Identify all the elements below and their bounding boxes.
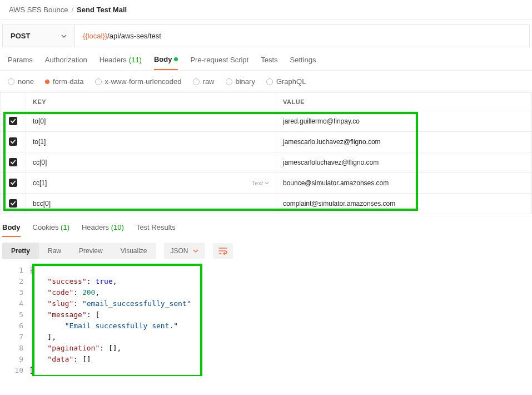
radio-checked-icon	[45, 80, 49, 84]
body-type-none[interactable]: none	[8, 77, 34, 86]
checkbox-checked-icon	[9, 158, 17, 166]
row-key-cell[interactable]: cc[1]Text	[26, 173, 276, 194]
row-value-cell[interactable]: jamescarloluchavez@fligno.com	[276, 152, 532, 173]
row-key-text: cc[0]	[33, 159, 47, 166]
breadcrumb-current: Send Test Mail	[77, 6, 127, 14]
body-type-raw[interactable]: raw	[193, 77, 215, 86]
resp-tab-cookies[interactable]: Cookies (1)	[33, 223, 69, 237]
http-method-select[interactable]: POST	[3, 25, 75, 47]
key-type-hint[interactable]: Text	[252, 180, 269, 186]
breadcrumb-sep: /	[71, 6, 73, 14]
row-checkbox-cell[interactable]	[1, 173, 26, 194]
url-variable: {{local}}	[83, 32, 107, 40]
resp-tab-headers[interactable]: Headers (10)	[82, 223, 124, 237]
body-type-binary[interactable]: binary	[226, 77, 255, 86]
checkbox-checked-icon	[9, 117, 17, 125]
row-key-cell[interactable]: bcc[0]	[26, 194, 276, 214]
view-raw[interactable]: Raw	[39, 243, 70, 259]
breadcrumb: AWS SES Bounce / Send Test Mail	[0, 0, 532, 19]
code-body[interactable]: { "success": true, "code": 200, "slug": …	[30, 265, 530, 376]
breadcrumb-parent[interactable]: AWS SES Bounce	[9, 6, 68, 14]
chevron-down-icon	[61, 33, 67, 39]
request-bar: POST {{local}}/api/aws-ses/test	[2, 24, 530, 47]
form-data-table-container: KEY VALUE to[0]jared.guillermo@finpay.co…	[0, 92, 532, 214]
row-key-text: to[1]	[33, 138, 46, 146]
view-visualize[interactable]: Visualize	[112, 243, 156, 259]
checkbox-checked-icon	[9, 179, 17, 187]
row-value-cell[interactable]: jared.guillermo@finpay.co	[276, 111, 532, 132]
tab-tests[interactable]: Tests	[261, 55, 277, 70]
resp-tab-test-results[interactable]: Test Results	[136, 223, 176, 237]
checkbox-checked-icon	[9, 137, 17, 146]
row-key-cell[interactable]: to[0]	[26, 111, 276, 132]
code-gutter: 12345678910	[2, 265, 30, 376]
chevron-down-icon	[265, 181, 269, 185]
tab-prerequest[interactable]: Pre-request Script	[190, 55, 248, 70]
resp-tab-body[interactable]: Body	[2, 223, 21, 237]
tab-headers-count: (11)	[129, 56, 142, 64]
row-value-cell[interactable]: jamescarlo.luchavez@fligno.com	[276, 132, 532, 152]
header-value: VALUE	[276, 93, 532, 111]
row-value-cell[interactable]: bounce@simulator.amazonses.com	[276, 173, 532, 194]
table-row: bcc[0]complaint@simulator.amazonses.com	[1, 194, 532, 214]
tab-headers[interactable]: Headers (11)	[100, 55, 142, 70]
body-type-x-www-form-urlencoded[interactable]: x-www-form-urlencoded	[95, 77, 182, 86]
form-data-table: KEY VALUE to[0]jared.guillermo@finpay.co…	[0, 92, 532, 214]
url-path: /api/aws-ses/test	[107, 32, 161, 40]
radio-icon	[193, 78, 200, 85]
chevron-down-icon	[193, 248, 198, 254]
body-type-graphql[interactable]: GraphQL	[266, 77, 306, 86]
radio-icon	[226, 78, 232, 85]
row-key-text: to[0]	[33, 117, 46, 125]
table-row: cc[0]jamescarloluchavez@fligno.com	[1, 152, 532, 173]
body-type-row: none form-data x-www-form-urlencoded raw…	[0, 71, 532, 92]
row-value-cell[interactable]: complaint@simulator.amazonses.com	[276, 194, 532, 214]
tab-body[interactable]: Body	[154, 55, 178, 70]
body-type-form-data[interactable]: form-data	[45, 77, 84, 86]
row-checkbox-cell[interactable]	[1, 194, 26, 214]
row-key-text: cc[1]	[33, 179, 47, 187]
wrap-lines-button[interactable]	[213, 243, 233, 259]
format-select[interactable]: JSON	[164, 243, 205, 259]
row-key-cell[interactable]: to[1]	[26, 132, 276, 152]
table-row: to[1]jamescarlo.luchavez@fligno.com	[1, 132, 532, 152]
row-key-text: bcc[0]	[33, 200, 51, 208]
request-tabs: Params Authorization Headers (11) Body P…	[0, 47, 532, 71]
row-key-cell[interactable]: cc[0]	[26, 152, 276, 173]
header-key: KEY	[26, 93, 276, 111]
table-row: to[0]jared.guillermo@finpay.co	[1, 111, 532, 132]
radio-icon	[266, 78, 273, 85]
view-tabs: Pretty Raw Preview Visualize	[2, 243, 156, 259]
view-pretty[interactable]: Pretty	[2, 243, 39, 259]
row-checkbox-cell[interactable]	[1, 132, 26, 152]
row-checkbox-cell[interactable]	[1, 152, 26, 173]
view-preview[interactable]: Preview	[70, 243, 112, 259]
checkbox-checked-icon	[9, 199, 17, 208]
request-url-input[interactable]: {{local}}/api/aws-ses/test	[75, 25, 529, 47]
tab-authorization[interactable]: Authorization	[45, 55, 87, 70]
body-modified-dot-icon	[174, 57, 178, 61]
tab-body-label: Body	[154, 55, 172, 63]
radio-icon	[8, 78, 14, 85]
radio-icon	[95, 78, 102, 85]
tab-params[interactable]: Params	[8, 55, 33, 70]
tab-settings[interactable]: Settings	[290, 55, 316, 70]
wrap-icon	[218, 247, 227, 255]
row-checkbox-cell[interactable]	[1, 111, 26, 132]
response-code-area: 12345678910 { "success": true, "code": 2…	[2, 265, 530, 376]
table-row: cc[1]Text bounce@simulator.amazonses.com	[1, 173, 532, 194]
http-method-label: POST	[11, 32, 30, 40]
response-tabs: Body Cookies (1) Headers (10) Test Resul…	[0, 214, 532, 237]
tab-headers-label: Headers	[100, 56, 127, 64]
response-view-bar: Pretty Raw Preview Visualize JSON	[0, 237, 532, 265]
header-check-col	[1, 93, 26, 111]
